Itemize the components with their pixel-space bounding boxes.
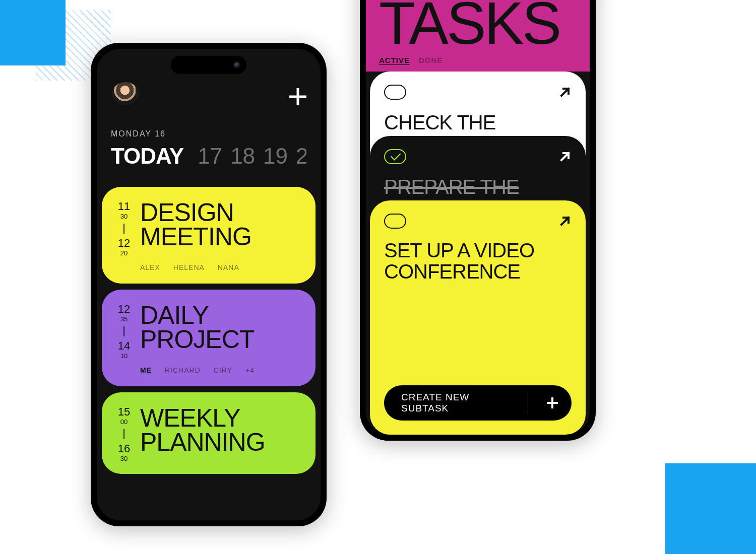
end-min: 20: [120, 250, 128, 256]
person-more: +4: [245, 366, 255, 374]
date-18[interactable]: 18: [230, 144, 255, 169]
phone-frame-tasks: 2/15 TASKS ACTIVE DONE: [360, 0, 596, 441]
create-subtask-button[interactable]: CREATE NEW SUBTASK: [384, 385, 572, 421]
tasks-title: TASKS: [379, 0, 577, 53]
button-divider: [528, 392, 528, 413]
event-people: ALEX HELENA NANA: [140, 263, 302, 271]
camera-dot: [233, 61, 240, 68]
start-hour: 11: [118, 201, 130, 212]
open-task-icon[interactable]: [558, 215, 572, 228]
person-me: ME: [140, 366, 152, 374]
start-hour: 15: [118, 406, 130, 418]
event-time: 15 00 16 30: [113, 406, 135, 462]
date-nav[interactable]: TODAY 17 18 19 2: [111, 144, 306, 169]
event-time: 11 30 12 20: [113, 201, 135, 256]
event-title-line2: PLANNING: [140, 431, 302, 455]
end-min: 30: [120, 455, 128, 462]
time-separator: [123, 224, 124, 234]
screen-calendar: MONDAY 16 TODAY 17 18 19 2 11 30: [97, 49, 321, 520]
event-title-line2: PROJECT: [140, 328, 302, 352]
start-min: 30: [120, 213, 128, 220]
event-title-line1: DAILY: [140, 304, 302, 328]
end-hour: 12: [118, 238, 130, 249]
add-event-button[interactable]: [289, 88, 306, 105]
task-title: PREPARE THE: [384, 176, 572, 197]
event-card-daily-project[interactable]: 12 35 14 10 DAILY PROJECT ME RICHARD CIR…: [102, 290, 316, 386]
event-card-weekly-planning[interactable]: 15 00 16 30 WEEKLY PLANNING: [102, 392, 316, 474]
person: NANA: [218, 263, 239, 271]
event-card-design-meeting[interactable]: 11 30 12 20 DESIGN MEETING ALEX HELENA N…: [102, 187, 316, 284]
open-task-icon[interactable]: [558, 86, 572, 99]
task-card-video-conference[interactable]: SET UP A VIDEO CONFERENCE CREATE NEW SUB…: [370, 200, 586, 435]
task-title: SET UP A VIDEO CONFERENCE: [384, 240, 572, 282]
task-checkbox[interactable]: [384, 214, 406, 229]
task-checkbox[interactable]: [384, 85, 406, 100]
task-stack: CHECK THE PREPARE THE: [366, 72, 590, 435]
phone-notch: [171, 56, 246, 74]
start-min: 35: [120, 316, 128, 322]
event-title-line1: WEEKLY: [140, 406, 302, 431]
person: RICHARD: [165, 366, 201, 374]
date-17[interactable]: 17: [198, 144, 222, 169]
event-time: 12 35 14 10: [113, 304, 135, 359]
date-today[interactable]: TODAY: [111, 144, 183, 169]
task-checkbox-checked[interactable]: [384, 149, 406, 164]
task-title-line1: SET UP A VIDEO: [384, 240, 572, 261]
time-separator: [123, 429, 124, 439]
event-people: ME RICHARD CIRY +4: [140, 366, 302, 374]
tasks-header: 2/15 TASKS ACTIVE DONE: [366, 0, 590, 72]
event-title: WEEKLY PLANNING: [140, 406, 302, 462]
event-title: DAILY PROJECT: [140, 304, 302, 359]
phone-frame-calendar: MONDAY 16 TODAY 17 18 19 2 11 30: [91, 43, 327, 526]
task-title: CHECK THE: [384, 112, 572, 133]
date-label: MONDAY 16: [111, 129, 306, 138]
person: HELENA: [173, 263, 205, 271]
open-task-icon[interactable]: [558, 150, 572, 163]
time-separator: [123, 326, 124, 336]
avatar[interactable]: [111, 82, 140, 111]
date-20-partial[interactable]: 2: [296, 144, 306, 169]
person: CIRY: [214, 366, 232, 374]
start-min: 00: [120, 419, 128, 425]
event-title-line1: DESIGN: [140, 201, 302, 225]
person: ALEX: [140, 263, 160, 271]
task-title-line2: CONFERENCE: [384, 261, 572, 282]
event-title: DESIGN MEETING: [140, 201, 302, 256]
event-title-line2: MEETING: [140, 225, 302, 249]
end-hour: 14: [118, 340, 130, 352]
end-min: 10: [120, 353, 128, 359]
tab-active[interactable]: ACTIVE: [379, 56, 410, 64]
plus-icon: [537, 397, 568, 408]
tab-done[interactable]: DONE: [419, 56, 443, 64]
tasks-tabs: ACTIVE DONE: [379, 56, 577, 64]
date-19[interactable]: 19: [263, 144, 288, 169]
start-hour: 12: [118, 304, 130, 315]
end-hour: 16: [118, 443, 130, 454]
create-subtask-label: CREATE NEW SUBTASK: [401, 392, 519, 414]
screen-tasks: 2/15 TASKS ACTIVE DONE: [366, 0, 590, 435]
